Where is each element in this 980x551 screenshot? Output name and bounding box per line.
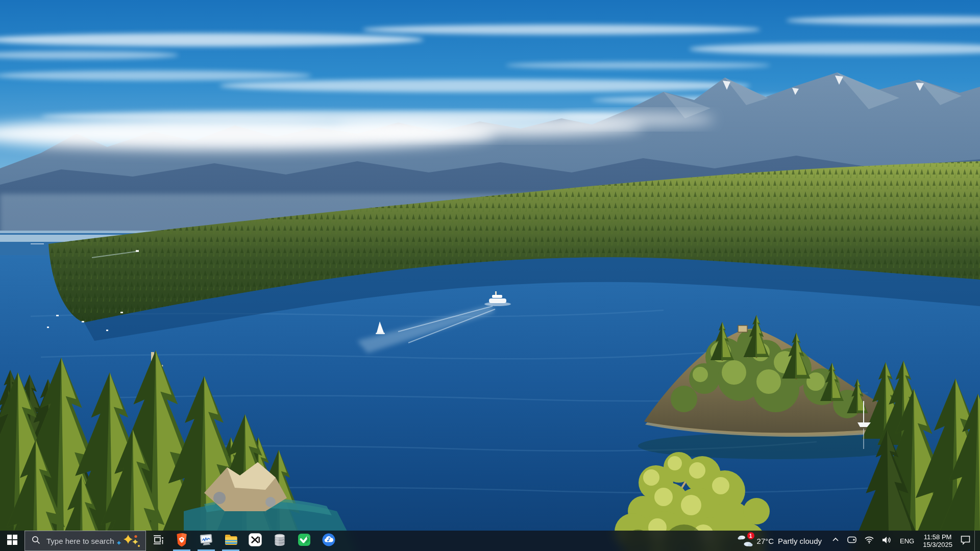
- weather-condition: Partly cloudy: [778, 537, 822, 545]
- taskbar-app-file-explorer[interactable]: [218, 531, 243, 551]
- capcut-icon: [249, 533, 262, 548]
- connect-device-button[interactable]: [843, 531, 861, 551]
- clock-time: 11:58 PM: [924, 533, 952, 541]
- hidden-icons-button[interactable]: [828, 531, 843, 551]
- taskbar-app-database[interactable]: [267, 531, 292, 551]
- search-icon: [32, 536, 40, 546]
- copilot-sparkles-icon: [115, 534, 141, 550]
- system-tray: 1 27°C Partly cloudy: [731, 531, 980, 551]
- wifi-icon: [864, 536, 874, 546]
- system-monitor-icon: [199, 533, 213, 548]
- file-explorer-icon: [224, 534, 238, 548]
- weather-badge: 1: [747, 532, 754, 539]
- moon-clouds-weather-icon: 1: [737, 533, 753, 549]
- connect-device-icon: [847, 535, 857, 546]
- taskbar-app-system-monitor[interactable]: [194, 531, 218, 551]
- wallpaper-photo: [0, 0, 980, 551]
- language-label: ENG: [900, 537, 914, 545]
- cloud-music-icon: [322, 533, 335, 548]
- task-view-icon: [151, 533, 164, 548]
- task-view-button[interactable]: [146, 531, 169, 551]
- start-button[interactable]: [0, 531, 24, 551]
- volume-icon: [881, 536, 892, 546]
- notification-bubble-icon: [960, 535, 971, 547]
- clock[interactable]: 11:58 PM 15/3/2025: [919, 531, 957, 551]
- taskbar: 1 27°C Partly cloudy: [0, 531, 980, 551]
- volume-button[interactable]: [878, 531, 895, 551]
- brave-browser-icon: [175, 533, 188, 549]
- taskbar-app-brave[interactable]: [169, 531, 194, 551]
- clock-date: 15/3/2025: [923, 541, 952, 548]
- search-box[interactable]: [24, 531, 146, 551]
- database-icon: [273, 533, 286, 549]
- chevron-up-icon: [831, 536, 840, 546]
- weather-widget[interactable]: 1 27°C Partly cloudy: [731, 531, 828, 551]
- language-indicator[interactable]: ENG: [895, 531, 919, 551]
- action-center-button[interactable]: [957, 531, 974, 551]
- taskbar-app-cloud-music[interactable]: [316, 531, 341, 551]
- taskbar-app-green-check[interactable]: [292, 531, 316, 551]
- show-desktop-button[interactable]: [974, 531, 980, 551]
- network-button[interactable]: [861, 531, 878, 551]
- taskbar-app-capcut[interactable]: [243, 531, 267, 551]
- pinned-apps: [169, 531, 341, 551]
- windows-logo-icon: [7, 535, 17, 547]
- green-check-icon: [298, 533, 311, 548]
- weather-temperature: 27°C: [757, 537, 774, 545]
- desktop[interactable]: 1 27°C Partly cloudy: [0, 0, 980, 551]
